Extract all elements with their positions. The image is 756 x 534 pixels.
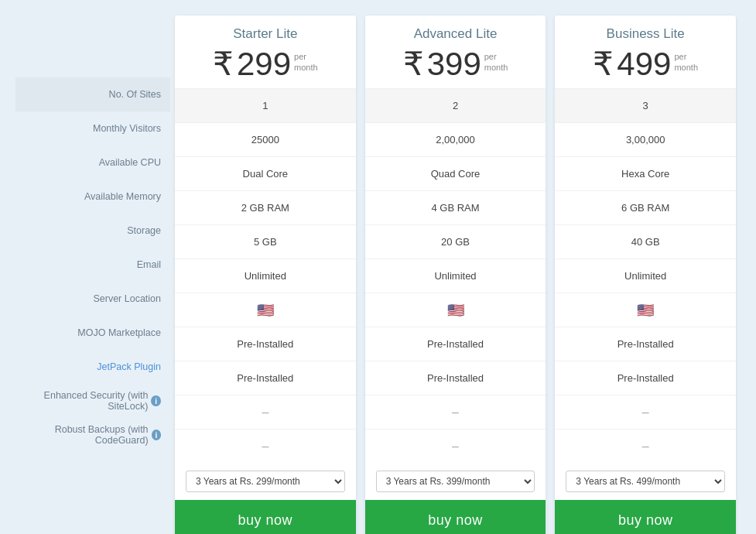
plan-duration-select-advanced-lite[interactable]: 3 Years at Rs. 399/month [376,471,535,492]
plan-sites: 1 [175,88,356,122]
robust-backups-value: – [262,440,269,454]
plan-email: Unlimited [365,258,546,293]
us-flag-icon: 🇺🇸 [447,302,464,319]
plan-email: Unlimited [175,258,356,293]
label-monthly-visitors: Monthly Visitors [15,111,170,145]
plan-rows-business-lite: 3 3,00,000 Hexa Core 6 GB RAM 40 GB Unli… [555,88,736,463]
plan-mojo: Pre-Installed [175,327,356,361]
plan-title-starter-lite: Starter Lite [183,26,348,42]
buy-now-button-starter-lite[interactable]: buy now [175,500,356,534]
robust-backups-info-icon[interactable]: i [152,430,161,440]
plan-mojo: Pre-Installed [365,327,546,361]
robust-backups-value: – [452,440,459,454]
plan-col-advanced-lite: Advanced Lite ₹ 399 permonth 2 2,00,000 … [365,15,546,534]
plan-footer-starter-lite: 3 Years at Rs. 299/month [175,463,356,492]
plan-duration-select-starter-lite[interactable]: 3 Years at Rs. 299/month [186,471,345,492]
label-mojo-marketplace: MOJO Marketplace [15,316,170,350]
plan-duration-select-business-lite[interactable]: 3 Years at Rs. 499/month [566,471,725,492]
plan-footer-advanced-lite: 3 Years at Rs. 399/month [365,463,546,492]
price-amount: 399 [427,48,481,80]
label-storage: Storage [15,214,170,248]
label-robust-backups: Robust Backups (with CodeGuard) i [15,418,170,452]
per-month-label: permonth [294,51,318,74]
plan-header-business-lite: Business Lite ₹ 499 permonth [555,15,736,88]
plan-price-starter-lite: ₹ 299 permonth [183,48,348,80]
plan-sites: 2 [365,88,546,122]
price-amount: 299 [237,48,291,80]
plan-robust-backups: – [365,429,546,463]
label-email: Email [15,248,170,282]
per-month-label: permonth [484,51,508,74]
plan-header-starter-lite: Starter Lite ₹ 299 permonth [175,15,356,88]
plan-rows-advanced-lite: 2 2,00,000 Quad Core 4 GB RAM 20 GB Unli… [365,88,546,463]
label-no-of-sites: No. Of Sites [15,77,170,111]
plan-monthly-visitors: 25000 [175,122,356,156]
plan-enhanced-security: – [555,395,736,429]
plan-email: Unlimited [555,258,736,293]
enhanced-security-info-icon[interactable]: i [151,395,161,406]
label-enhanced-security: Enhanced Security (with SiteLock) i [15,384,170,418]
plan-memory: 2 GB RAM [175,190,356,224]
label-available-cpu: Available CPU [15,145,170,180]
plan-cpu: Hexa Core [555,156,736,190]
plan-jetpack: Pre-Installed [365,361,546,395]
plan-price-business-lite: ₹ 499 permonth [563,48,728,80]
plan-monthly-visitors: 2,00,000 [365,122,546,156]
currency-symbol: ₹ [403,48,424,80]
plan-col-starter-lite: Starter Lite ₹ 299 permonth 1 25000 Dual… [175,15,356,534]
plan-server-location: 🇺🇸 [555,293,736,327]
plan-robust-backups: – [555,429,736,463]
plan-monthly-visitors: 3,00,000 [555,122,736,156]
buy-now-button-business-lite[interactable]: buy now [555,500,736,534]
plan-storage: 5 GB [175,224,356,258]
labels-column: No. Of Sites Monthly Visitors Available … [15,15,170,452]
plan-header-advanced-lite: Advanced Lite ₹ 399 permonth [365,15,546,88]
currency-symbol: ₹ [593,48,614,80]
enhanced-security-value: – [262,406,269,419]
plan-robust-backups: – [175,429,356,463]
plan-cpu: Quad Core [365,156,546,190]
plan-title-business-lite: Business Lite [563,26,728,42]
plan-memory: 4 GB RAM [365,190,546,224]
enhanced-security-value: – [642,406,649,419]
plan-mojo: Pre-Installed [555,327,736,361]
us-flag-icon: 🇺🇸 [257,302,274,319]
plan-footer-business-lite: 3 Years at Rs. 499/month [555,463,736,492]
plan-jetpack: Pre-Installed [555,361,736,395]
plan-server-location: 🇺🇸 [175,293,356,327]
plan-title-advanced-lite: Advanced Lite [373,26,539,42]
per-month-label: permonth [674,51,698,74]
label-jetpack-plugin: JetPack Plugin [15,350,170,384]
plan-jetpack: Pre-Installed [175,361,356,395]
us-flag-icon: 🇺🇸 [637,302,654,319]
plan-col-business-lite: Business Lite ₹ 499 permonth 3 3,00,000 … [555,15,736,534]
plan-storage: 40 GB [555,224,736,258]
plan-sites: 3 [555,88,736,122]
plan-storage: 20 GB [365,224,546,258]
plan-price-advanced-lite: ₹ 399 permonth [373,48,539,80]
plan-cpu: Dual Core [175,156,356,190]
buy-now-button-advanced-lite[interactable]: buy now [365,500,546,534]
label-available-memory: Available Memory [15,180,170,214]
plan-rows-starter-lite: 1 25000 Dual Core 2 GB RAM 5 GB Unlimite… [175,88,356,463]
enhanced-security-value: – [452,406,459,419]
price-amount: 499 [617,48,671,80]
label-server-location: Server Location [15,282,170,316]
plan-server-location: 🇺🇸 [365,293,546,327]
plan-memory: 6 GB RAM [555,190,736,224]
plan-enhanced-security: – [365,395,546,429]
robust-backups-value: – [642,440,649,454]
currency-symbol: ₹ [213,48,234,80]
pricing-container: No. Of Sites Monthly Visitors Available … [15,15,741,534]
plan-enhanced-security: – [175,395,356,429]
